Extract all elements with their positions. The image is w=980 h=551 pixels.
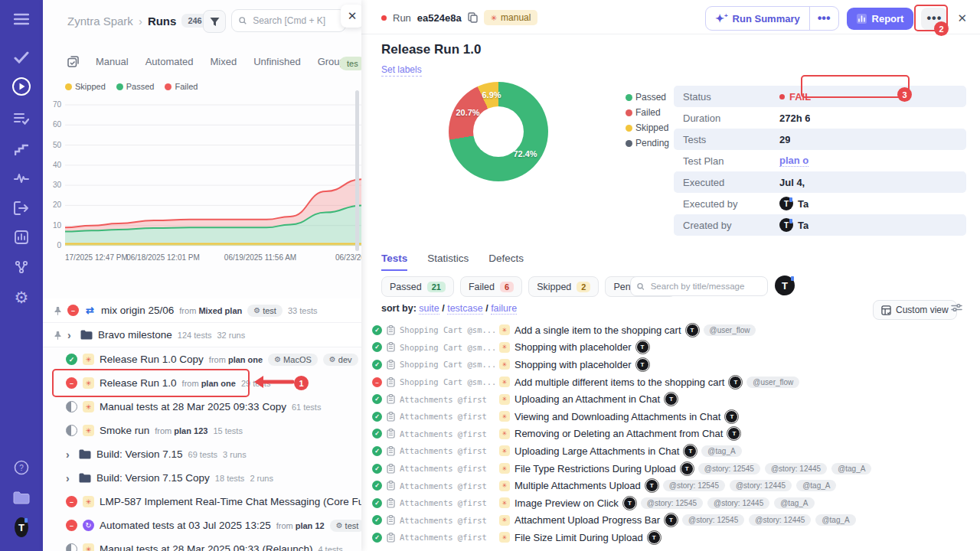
runs-tab-manual[interactable]: Manual <box>96 56 129 67</box>
run-from-plan[interactable]: from plan one <box>209 355 263 364</box>
test-title[interactable]: Removing or Deleting an Attachment from … <box>514 428 723 439</box>
tab-statistics[interactable]: Statistics <box>427 253 469 271</box>
test-title[interactable]: File Size Limit During Upload <box>514 532 643 543</box>
test-row[interactable]: ✓ Attachments @first ✳ Attachment Upload… <box>361 512 980 530</box>
test-row[interactable]: ✓ Attachments @first ✳ Viewing and Downl… <box>361 408 980 425</box>
environment-chip: ⚙MacOS <box>268 354 318 366</box>
test-row[interactable]: ✓ Attachments @first ✳ File Type Restric… <box>361 460 980 478</box>
svg-text:?: ? <box>19 464 24 472</box>
sort-testcase-link[interactable]: testcase <box>447 303 483 315</box>
help-icon[interactable]: ? <box>0 455 43 481</box>
runs-search[interactable] <box>231 9 346 32</box>
run-list-item[interactable]: ›Build: Version 7.15 Copy18 tests2 runs <box>43 466 361 490</box>
imports-icon[interactable] <box>0 195 43 221</box>
filter-chip-skipped[interactable]: Skipped 2 <box>528 276 599 297</box>
test-row[interactable]: ✓ Attachments @first ✳ Image Preview on … <box>361 494 980 512</box>
run-meta: 2 runs <box>250 474 273 483</box>
test-title[interactable]: Shopping with placeholder <box>514 359 632 370</box>
test-row[interactable]: ✓ Attachments @first ✳ File Size Limit D… <box>361 529 980 546</box>
run-list-item[interactable]: ›Build: Version 7.1569 tests3 runs <box>43 442 361 466</box>
run-from-plan[interactable]: from plan 12 <box>276 521 325 530</box>
runs-tab-mixed[interactable]: Mixed <box>211 56 237 67</box>
chevron-right-icon[interactable]: › <box>66 472 74 484</box>
run-list-item[interactable]: –⇄mix origin 25/06from Mixed plan⚙test33… <box>43 298 361 323</box>
run-summary-more-button[interactable]: ••• <box>810 7 838 30</box>
test-title[interactable]: Uploading an Attachment in Chat <box>514 393 660 405</box>
settings-gear-icon[interactable]: ⚙ <box>0 285 43 311</box>
runs-tab-unfinished[interactable]: Unfinished <box>253 56 300 67</box>
test-runs-icon[interactable] <box>0 73 43 99</box>
test-title[interactable]: Attachment Upload Progress Bar <box>514 514 660 526</box>
run-list-item[interactable]: ›Bravo milestone124 tests32 runs <box>43 323 361 347</box>
report-button[interactable]: Report <box>847 8 914 30</box>
run-meta: 4 tests <box>318 545 342 551</box>
test-title[interactable]: Viewing and Downloading Attachments in C… <box>514 411 720 422</box>
test-row[interactable]: ✓ Attachments @first ✳ Uploading Large A… <box>361 442 980 460</box>
test-row[interactable]: ✓ Shopping Cart @sm... ✳ Add a single it… <box>361 321 980 339</box>
test-title[interactable]: Multiple Attachments Upload <box>514 480 641 491</box>
test-title[interactable]: Add multiple different items to the shop… <box>514 377 724 388</box>
set-labels-link[interactable]: Set labels <box>381 64 422 77</box>
runs-tab-automated[interactable]: Automated <box>145 56 194 67</box>
chevron-right-icon[interactable]: › <box>67 329 75 341</box>
milestones-icon[interactable] <box>0 136 43 162</box>
tests-search[interactable] <box>630 276 768 296</box>
assignee-avatar[interactable]: T <box>775 276 795 295</box>
run-list-item[interactable]: ✳Manual tests at 28 Mar 2025 09:33 Copy6… <box>43 395 361 419</box>
filter-chip-failed[interactable]: Failed 6 <box>460 276 522 297</box>
chevron-right-icon[interactable]: › <box>66 448 74 461</box>
test-row[interactable]: ✓ Shopping Cart @sm... ✳ Shopping with p… <box>361 356 980 373</box>
run-list-item[interactable]: ✳Smoke runfrom plan 12315 tests <box>43 419 361 442</box>
test-row[interactable]: – Shopping Cart @sm... ✳ Add multiple di… <box>361 373 980 391</box>
run-list-item[interactable]: ✓✳Release Run 1.0 Copyfrom plan one⚙MacO… <box>43 347 361 371</box>
custom-view-button[interactable]: Custom view <box>873 300 957 320</box>
select-all-icon[interactable] <box>67 56 79 67</box>
run-from-plan[interactable]: from plan 123 <box>155 426 207 435</box>
run-title: Release Run 1.0 Copy <box>100 354 204 365</box>
test-title[interactable]: Uploading Large Attachments in Chat <box>514 445 679 457</box>
run-from-plan[interactable]: from Mixed plan <box>179 306 242 315</box>
activity-icon[interactable] <box>0 165 43 191</box>
drawer-close-icon[interactable]: ✕ <box>341 5 361 28</box>
test-title[interactable]: Shopping with placeholder <box>514 341 632 353</box>
runs-search-input[interactable] <box>251 15 338 27</box>
folder-icon <box>80 330 93 340</box>
y-axis-tick: 60 <box>43 120 61 129</box>
tab-defects[interactable]: Defects <box>488 253 524 271</box>
checklist-icon[interactable] <box>0 106 43 132</box>
y-axis-tick: 30 <box>43 181 61 189</box>
run-list-item[interactable]: ✳Manual tests at 28 Mar 2025 09:33 (Rela… <box>43 537 361 551</box>
test-row[interactable]: ✓ Attachments @first ✳ Uploading an Atta… <box>361 390 980 408</box>
environment-chip: ⚙dev <box>323 354 358 366</box>
integrations-icon[interactable] <box>0 254 43 280</box>
sort-suite-link[interactable]: suite <box>419 303 439 315</box>
environment-chip: ⚙test <box>330 520 361 532</box>
test-row[interactable]: ✓ Shopping Cart @sm... ✳ Shopping with p… <box>361 339 980 357</box>
run-list-item[interactable]: –✳LMP-587 Implement Real-Time Chat Messa… <box>43 490 361 514</box>
tag-chip-overflow[interactable]: tes <box>339 57 361 70</box>
run-summary-button[interactable]: ✦+ Run Summary <box>706 7 809 30</box>
breadcrumb-project[interactable]: Zyntra Spark <box>67 15 133 28</box>
test-title[interactable]: Add a single item to the shopping cart <box>514 324 681 336</box>
run-list-item[interactable]: –↻Automated tests at 03 Jul 2025 13:25fr… <box>43 514 361 537</box>
menu-icon[interactable] <box>0 6 43 32</box>
breadcrumb-section[interactable]: Runs <box>148 15 177 28</box>
copy-id-icon[interactable] <box>468 12 478 23</box>
test-title[interactable]: Image Preview on Click <box>514 497 619 509</box>
property-row-created-by: Created byTTa <box>674 214 966 236</box>
test-title[interactable]: File Type Restrictions During Upload <box>514 463 676 474</box>
drawer-scrollbar[interactable] <box>355 90 359 251</box>
projects-folder-icon[interactable] <box>0 484 43 510</box>
reports-icon[interactable] <box>0 224 43 250</box>
filter-button[interactable] <box>203 10 226 33</box>
testcases-icon[interactable] <box>0 44 43 70</box>
sort-failure-link[interactable]: failure <box>491 303 517 315</box>
view-settings-icon[interactable] <box>951 303 962 312</box>
test-row[interactable]: ✓ Attachments @first ✳ Removing or Delet… <box>361 425 980 443</box>
tab-tests[interactable]: Tests <box>381 253 407 271</box>
tests-search-input[interactable] <box>649 281 761 292</box>
filter-chip-passed[interactable]: Passed 21 <box>381 276 454 297</box>
test-row[interactable]: ✓ Attachments @first ✳ Multiple Attachme… <box>361 477 980 494</box>
user-avatar[interactable]: T <box>0 514 43 540</box>
close-run-icon[interactable]: ✕ <box>955 11 969 25</box>
